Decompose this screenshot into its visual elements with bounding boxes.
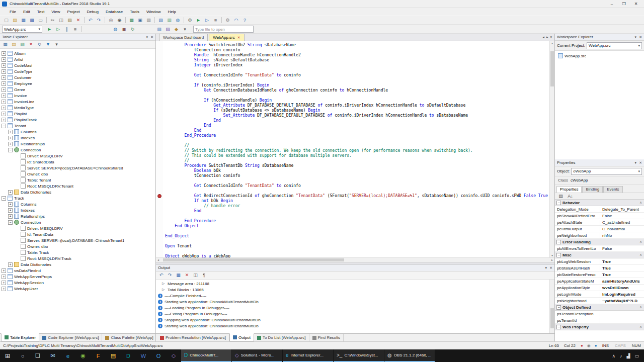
save-output-button[interactable]: ▦	[174, 272, 183, 280]
panel-close-icon[interactable]: ✕	[150, 35, 153, 39]
expand-icon[interactable]: +	[2, 94, 6, 98]
property-value[interactable]: lmLoginRequired	[600, 292, 644, 297]
print-button[interactable]: ▭	[36, 16, 45, 24]
tree-item-webappsession[interactable]: +WebAppSession	[0, 280, 155, 286]
code-line[interactable]: Get ConnectionIdInfo "TenantData" to con…	[165, 184, 549, 189]
pause-button[interactable]: ∥	[62, 25, 71, 33]
property-value[interactable]: Delegate_To_Parent	[600, 207, 644, 212]
redo-output-button[interactable]: ↷	[166, 272, 174, 280]
collapse-icon[interactable]: −	[556, 253, 561, 257]
panel-tab-problem-resolution-webapp-src[interactable]: Problem Resolution [WebApp.src]	[157, 334, 229, 341]
code-line[interactable]	[165, 68, 549, 73]
task-view-button[interactable]: ❏	[30, 349, 45, 362]
panel-tab-to-do-list-webapp-src[interactable]: To Do List [WebApp.src]	[254, 334, 309, 341]
stop-button[interactable]: ■	[71, 25, 79, 33]
chevron-down-icon[interactable]: ▾	[35, 27, 40, 31]
expand-icon[interactable]: +	[2, 275, 6, 279]
word-wrap-button[interactable]: ¶	[200, 272, 208, 280]
tab-webapp-src[interactable]: WebApp.src✕	[209, 34, 244, 41]
property-value[interactable]: False	[600, 246, 644, 251]
expand-icon[interactable]: +	[2, 81, 6, 86]
panel-tab-code-explorer-webapp-src[interactable]: Code Explorer [WebApp.src]	[39, 334, 102, 341]
panel-tab-find-results[interactable]: Find Results	[309, 334, 344, 341]
undo-button[interactable]: ↶	[86, 16, 95, 24]
tree-item-owner-dbo[interactable]: Owner: dbo	[0, 243, 155, 249]
new-report-button[interactable]: ▥	[165, 16, 174, 24]
code-line[interactable]: // handle error	[165, 204, 549, 209]
tree-item-driver-mssqldrv[interactable]: Driver: MSSQLDRV	[0, 225, 155, 231]
code-line[interactable]: Get RedirectConnectionId of ghoConnectio…	[165, 194, 549, 199]
tree-item-album[interactable]: +Album	[0, 50, 155, 56]
code-line[interactable]: End_Procedure	[165, 133, 549, 138]
project-combo[interactable]: WebApp.src ▾	[2, 26, 42, 33]
stop-program-button[interactable]: ■	[211, 16, 220, 24]
code-line[interactable]: Procedure SwitchTenantDb String sDatabas…	[165, 163, 549, 168]
tree-item-columns[interactable]: +Columns	[0, 129, 155, 135]
panel-close-icon[interactable]: ✕	[639, 161, 642, 165]
panel-menu-icon[interactable]: ▾	[146, 35, 148, 39]
current-project-combo[interactable]: WebApp.src ▾	[587, 42, 642, 49]
code-line[interactable]	[165, 93, 549, 98]
tree-item-owner-dbo[interactable]: Owner: dbo	[0, 171, 155, 177]
code-line[interactable]	[165, 178, 549, 184]
expand-icon[interactable]: +	[8, 190, 13, 195]
property-value[interactable]: True	[600, 273, 644, 277]
cut-button[interactable]: ✂	[48, 16, 57, 24]
tab-scroll-right-icon[interactable]: ▸	[546, 35, 548, 39]
delete-table-button[interactable]: ✕	[27, 41, 35, 49]
code-line[interactable]: End	[165, 118, 549, 123]
chevron-up-icon[interactable]: ∧	[639, 325, 644, 329]
edit-table-button[interactable]: ▧	[18, 41, 27, 49]
search-button[interactable]: ○	[15, 349, 30, 362]
tree-item-customer[interactable]: +Customer	[0, 74, 155, 80]
chevron-down-icon[interactable]: ▾	[635, 169, 640, 173]
tab-events[interactable]: Events	[603, 186, 622, 193]
menu-database[interactable]: Database	[102, 10, 126, 14]
code-line[interactable]	[165, 78, 549, 83]
output-scrollbar[interactable]	[549, 280, 554, 333]
vertical-scrollbar-thumb[interactable]	[550, 51, 554, 86]
output-message[interactable]: ▷Total Blocks : 13065	[156, 287, 554, 293]
collapse-icon[interactable]: −	[556, 201, 561, 205]
code-line[interactable]: Object oWebApp is a cWebApp	[165, 254, 549, 257]
tab-close-icon[interactable]: ✕	[237, 36, 240, 40]
code-line[interactable]: If (coninfo.iDriverIndex) Begin	[165, 83, 549, 88]
code-line[interactable]: Get ConnectionDatabaseIdHandle of ghoCon…	[165, 88, 549, 93]
property-row-peloginmode[interactable]: peLoginModelmLoginRequired	[555, 291, 644, 298]
editor-gutter[interactable]	[156, 41, 163, 257]
tree-item-invoiceline[interactable]: +InvoiceLine	[0, 99, 155, 105]
property-row-pbstaterestoreperso[interactable]: pbStateRestorePersoTrue	[555, 272, 644, 278]
property-value[interactable]: False	[600, 214, 644, 218]
save-button[interactable]: ▦	[19, 16, 28, 24]
expand-icon[interactable]: ▷	[162, 282, 166, 286]
menu-tools[interactable]: Tools	[126, 10, 143, 14]
tree-item-id-shareddata[interactable]: Id: SharedData	[0, 159, 155, 165]
tree-item-connection[interactable]: −Connection	[0, 219, 155, 225]
property-value[interactable]: wvsDrillDown	[600, 286, 644, 290]
code-text[interactable]: Procedure SwitchTenantDb2 String sDataba…	[163, 41, 549, 257]
tree-item-track[interactable]: −Track	[0, 195, 155, 201]
database-explorer-button[interactable]: ▣	[136, 16, 144, 24]
copy-button[interactable]: ◫	[57, 16, 65, 24]
edge-button[interactable]: e	[60, 349, 75, 362]
code-line[interactable]: // Switch by redirecting the connection.…	[165, 148, 549, 153]
compile-button[interactable]: ⚙	[186, 16, 194, 24]
chevron-up-icon[interactable]: ∧	[639, 201, 644, 205]
collapse-icon[interactable]: −	[556, 240, 561, 244]
visual-studio-button[interactable]: ◇	[166, 349, 181, 362]
dataflex-hat-button[interactable]: ◠	[232, 16, 240, 24]
save-all-button[interactable]: ▩	[28, 16, 36, 24]
tree-item-codetype[interactable]: +CodeType	[0, 68, 155, 74]
start-webapp-button[interactable]: ◍	[111, 25, 120, 33]
code-line[interactable]: Open Tenant	[165, 244, 549, 249]
panel-tab-table-explorer[interactable]: Table Explorer	[1, 333, 39, 341]
tree-item-root-mssqldrv-track[interactable]: Root: MSSQLDRV:Track	[0, 255, 155, 261]
tree-item-vwdataflexind[interactable]: +vwDataFlexInd	[0, 267, 155, 274]
categorized-button[interactable]: ▤	[556, 192, 565, 200]
tray-expand-icon[interactable]: ∧	[612, 353, 615, 358]
run-button[interactable]: ►	[45, 25, 54, 33]
expand-icon[interactable]: +	[2, 106, 6, 110]
panel-menu-icon[interactable]: ▾	[545, 266, 547, 270]
breakpoint-icon[interactable]	[157, 194, 162, 198]
new-view-button[interactable]: ▧	[156, 16, 165, 24]
